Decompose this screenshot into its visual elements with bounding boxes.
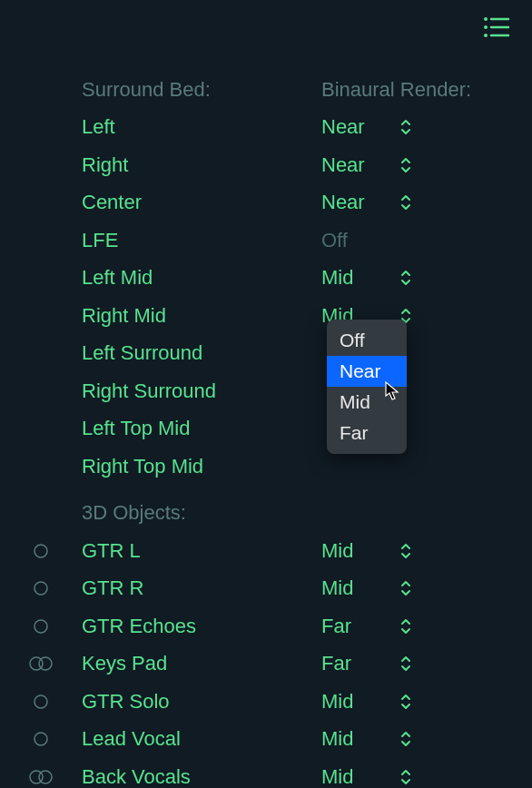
svg-point-12 — [34, 733, 47, 745]
object-label: GTR Solo — [82, 690, 321, 714]
object-row: Keys PadFar — [0, 645, 532, 684]
svg-point-2 — [484, 25, 488, 29]
render-value[interactable]: Mid — [321, 539, 392, 563]
popup-option[interactable]: Near — [327, 356, 407, 387]
channel-label: Center — [82, 191, 321, 214]
updown-selector-icon[interactable] — [392, 655, 419, 672]
svg-point-10 — [39, 657, 52, 670]
render-value[interactable]: Mid — [321, 690, 392, 714]
objects-3d-header: 3D Objects: — [82, 501, 321, 525]
surround-row: CenterNear — [0, 184, 532, 222]
popup-option[interactable]: Far — [327, 418, 407, 448]
object-label: GTR L — [82, 539, 321, 563]
channel-label: Left Mid — [82, 266, 321, 290]
surround-row: RightNear — [0, 146, 532, 184]
render-value: Off — [321, 229, 392, 252]
object-row: GTR SoloMid — [0, 683, 532, 721]
updown-selector-icon[interactable] — [392, 580, 419, 596]
render-value[interactable]: Mid — [321, 576, 392, 600]
updown-selector-icon[interactable] — [392, 694, 419, 710]
render-value[interactable]: Mid — [321, 727, 392, 751]
render-value[interactable]: Near — [321, 191, 392, 214]
object-row: Lead VocalMid — [0, 721, 532, 759]
updown-selector-icon[interactable] — [392, 270, 419, 286]
render-value[interactable]: Mid — [321, 765, 392, 788]
svg-point-4 — [484, 34, 488, 37]
channel-label: Right Surround — [82, 379, 321, 403]
surround-row: Right MidMid — [0, 297, 532, 335]
svg-point-7 — [34, 582, 47, 595]
updown-selector-icon[interactable] — [392, 543, 419, 559]
svg-point-14 — [39, 771, 52, 783]
render-value[interactable]: Far — [321, 615, 392, 638]
surround-row: Right Surround — [0, 372, 532, 410]
surround-row: Left MidMid — [0, 260, 532, 298]
object-label: GTR Echoes — [82, 615, 321, 638]
surround-row: LeftNear — [0, 109, 532, 147]
channel-label: Left Top Mid — [82, 417, 321, 440]
mono-object-icon — [0, 694, 82, 710]
object-row: GTR EchoesFar — [0, 607, 532, 645]
render-value[interactable]: Far — [321, 652, 392, 675]
updown-selector-icon[interactable] — [392, 194, 419, 211]
objects-header-row: 3D Objects: — [0, 495, 532, 533]
mono-object-icon — [0, 580, 82, 596]
channel-label: Right Top Mid — [82, 455, 321, 478]
object-label: Lead Vocal — [82, 727, 321, 751]
updown-selector-icon[interactable] — [392, 618, 419, 635]
updown-selector-icon[interactable] — [392, 731, 419, 747]
channel-label: Left Surround — [82, 341, 321, 365]
mono-object-icon — [0, 618, 82, 635]
render-distance-popup[interactable]: OffNearMidFar — [327, 320, 407, 454]
svg-point-0 — [484, 17, 488, 21]
mono-object-icon — [0, 731, 82, 747]
object-row: GTR RMid — [0, 570, 532, 608]
mono-object-icon — [0, 543, 82, 559]
channel-label: Left — [82, 115, 321, 139]
svg-point-8 — [34, 620, 47, 633]
surround-row: Left Top Mid — [0, 410, 532, 448]
channel-label: Right Mid — [82, 304, 321, 328]
updown-selector-icon[interactable] — [392, 769, 419, 785]
binaural-render-header: Binaural Render: — [321, 78, 503, 102]
channel-label: LFE — [82, 229, 321, 252]
panel-content: Surround Bed: Binaural Render: LeftNearR… — [0, 0, 532, 788]
popup-option[interactable]: Off — [327, 325, 407, 356]
render-value[interactable]: Mid — [321, 266, 392, 290]
surround-row: Right Top Mid — [0, 448, 532, 486]
object-row: GTR LMid — [0, 532, 532, 570]
stereo-object-icon — [0, 769, 82, 785]
popup-option[interactable]: Mid — [327, 387, 407, 418]
surround-row: Left Surround — [0, 335, 532, 373]
svg-point-11 — [34, 695, 47, 708]
menu-icon[interactable] — [483, 16, 510, 44]
render-value[interactable]: Near — [321, 115, 392, 139]
channel-label: Right — [82, 153, 321, 177]
object-label: GTR R — [82, 576, 321, 600]
header-row: Surround Bed: Binaural Render: — [0, 71, 532, 109]
updown-selector-icon[interactable] — [392, 119, 419, 135]
updown-selector-icon[interactable] — [392, 157, 419, 173]
svg-point-6 — [34, 545, 47, 557]
object-label: Back Vocals — [82, 765, 321, 788]
render-value[interactable]: Near — [321, 153, 392, 177]
surround-bed-header: Surround Bed: — [82, 78, 321, 102]
stereo-object-icon — [0, 655, 82, 672]
object-label: Keys Pad — [82, 652, 321, 675]
object-row: Back VocalsMid — [0, 758, 532, 788]
surround-row: LFEOff — [0, 222, 532, 260]
